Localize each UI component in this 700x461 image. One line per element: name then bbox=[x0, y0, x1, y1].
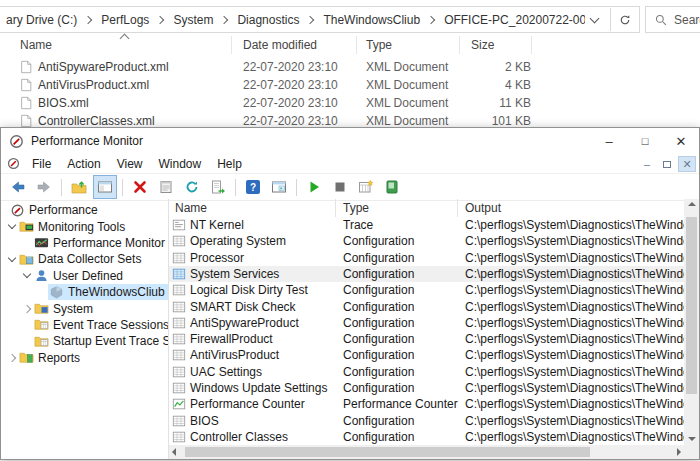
vertical-scroll-thumb[interactable] bbox=[686, 217, 697, 394]
list-row-uac-settings[interactable]: UAC SettingsConfigurationC:\perflogs\Sys… bbox=[169, 364, 684, 380]
column-header-name[interactable]: Name bbox=[20, 38, 52, 52]
list-row-smart-disk-check[interactable]: SMART Disk CheckConfigurationC:\perflogs… bbox=[169, 298, 684, 314]
menu-help[interactable]: Help bbox=[209, 156, 250, 172]
list-row-antispywareproduct[interactable]: AntiSpywareProductConfigurationC:\perflo… bbox=[169, 315, 684, 331]
file-name: AntiSpywareProduct.xml bbox=[38, 60, 169, 74]
help-button[interactable]: ? bbox=[241, 175, 265, 199]
breadcrumb-item[interactable]: Diagnostics bbox=[234, 11, 302, 29]
scroll-right-icon[interactable] bbox=[677, 448, 681, 456]
close-button[interactable]: ✕ bbox=[663, 128, 699, 154]
tree-item-event-trace-sessions[interactable]: Event Trace Sessions bbox=[1, 317, 168, 333]
horizontal-scroll-thumb[interactable] bbox=[185, 447, 590, 457]
folder-up-button[interactable] bbox=[67, 175, 91, 199]
column-header-date-modified[interactable]: Date modified bbox=[243, 38, 317, 52]
list-row-controller-classes[interactable]: Controller ClassesConfigurationC:\perflo… bbox=[169, 429, 684, 445]
tree-item-reports[interactable]: Reports bbox=[1, 350, 168, 366]
mdi-close-button[interactable]: ✕ bbox=[678, 156, 696, 172]
breadcrumb-item[interactable]: OFFICE-PC_20200722-000001 bbox=[441, 11, 585, 29]
breadcrumb-chevron-icon bbox=[84, 15, 92, 23]
stop-button[interactable] bbox=[328, 175, 352, 199]
list-row-antivirusproduct[interactable]: AntiVirusProductConfigurationC:\perflogs… bbox=[169, 347, 684, 363]
tree-item-performance-monitor[interactable]: Performance Monitor bbox=[1, 235, 168, 251]
list-row-performance-counter[interactable]: Performance CounterPerformance CounterC:… bbox=[169, 396, 684, 412]
breadcrumb-item[interactable]: PerfLogs bbox=[98, 11, 152, 29]
vertical-scrollbar[interactable] bbox=[684, 199, 699, 445]
schedule-button[interactable] bbox=[354, 175, 378, 199]
title-bar[interactable]: Performance Monitor – □ ✕ bbox=[1, 128, 699, 154]
file-row[interactable]: AntiSpywareProduct.xml22-07-2020 23:10XM… bbox=[0, 58, 700, 76]
performance-monitor-icon bbox=[9, 134, 24, 149]
tree-item-content: Startup Event Trace Sess bbox=[33, 333, 169, 349]
list-row-nt-kernel[interactable]: NT KernelTraceC:\perflogs\System\Diagnos… bbox=[169, 217, 684, 233]
breadcrumb-item[interactable]: System bbox=[170, 11, 216, 29]
forward-button[interactable] bbox=[32, 175, 56, 199]
file-row[interactable]: AntiVirusProduct.xml22-07-2020 23:10XML … bbox=[0, 76, 700, 94]
column-header-size[interactable]: Size bbox=[471, 38, 494, 52]
column-divider[interactable] bbox=[459, 36, 460, 54]
menu-file[interactable]: File bbox=[24, 156, 59, 172]
list-column-output[interactable]: Output bbox=[457, 199, 699, 217]
scroll-down-icon[interactable] bbox=[688, 437, 696, 441]
tree-item-thewindowscliub[interactable]: TheWindowsCliub bbox=[1, 284, 168, 300]
address-bar[interactable]: ary Drive (C:)PerfLogsSystemDiagnosticsT… bbox=[0, 6, 640, 33]
tree-expander-open-icon[interactable] bbox=[20, 274, 33, 277]
tree-item-performance[interactable]: Performance bbox=[1, 202, 168, 218]
tree-expander-closed-icon[interactable] bbox=[5, 355, 18, 361]
maximize-button[interactable]: □ bbox=[627, 128, 663, 154]
column-divider[interactable] bbox=[231, 36, 232, 54]
scroll-up-icon[interactable] bbox=[688, 202, 696, 206]
list-row-logical-disk-dirty-test[interactable]: Logical Disk Dirty TestConfigurationC:\p… bbox=[169, 282, 684, 298]
tree-item-content: Performance bbox=[9, 202, 101, 218]
refresh-button[interactable] bbox=[180, 175, 204, 199]
address-dropdown-chevron-icon[interactable] bbox=[590, 13, 600, 23]
list-row-bios[interactable]: BIOSConfigurationC:\perflogs\System\Diag… bbox=[169, 412, 684, 428]
menu-action[interactable]: Action bbox=[59, 156, 108, 172]
tree-expander-open-icon[interactable] bbox=[5, 225, 18, 228]
list-row-operating-system[interactable]: Operating SystemConfigurationC:\perflogs… bbox=[169, 233, 684, 249]
tree-item-startup-event-trace-sess[interactable]: Startup Event Trace Sess bbox=[1, 333, 168, 349]
file-date-modified: 22-07-2020 23:10 bbox=[243, 60, 338, 74]
minimize-button[interactable]: – bbox=[591, 128, 627, 154]
list-column-type[interactable]: Type bbox=[335, 199, 457, 217]
row-name: System Services bbox=[190, 267, 279, 281]
mdi-restore-button[interactable] bbox=[658, 156, 676, 172]
column-divider[interactable] bbox=[356, 36, 357, 54]
export-list-button[interactable] bbox=[206, 175, 230, 199]
mdi-minimize-button[interactable]: – bbox=[638, 156, 656, 172]
tree-item-data-collector-sets[interactable]: Data Collector Sets bbox=[1, 251, 168, 267]
list-column-name[interactable]: Name bbox=[169, 199, 335, 217]
tree-item-content: TheWindowsCliub bbox=[48, 284, 168, 300]
refresh-button[interactable] bbox=[611, 13, 639, 27]
file-size: 101 KB bbox=[455, 114, 531, 128]
search-input[interactable]: Search bbox=[645, 6, 700, 33]
breadcrumb-item[interactable]: ary Drive (C:) bbox=[3, 11, 80, 29]
row-name-cell: BIOS bbox=[169, 414, 335, 428]
show-window-button[interactable] bbox=[267, 175, 291, 199]
list-row-system-services[interactable]: System ServicesConfigurationC:\perflogs\… bbox=[169, 266, 684, 282]
list-row-windows-update-settings[interactable]: Windows Update SettingsConfigurationC:\p… bbox=[169, 380, 684, 396]
folder-monitor-icon bbox=[19, 219, 34, 234]
column-divider[interactable] bbox=[531, 36, 532, 54]
tree-expander-open-icon[interactable] bbox=[5, 258, 18, 261]
tree-item-monitoring-tools[interactable]: Monitoring Tools bbox=[1, 218, 168, 234]
properties-button[interactable] bbox=[154, 175, 178, 199]
tree-item-user-defined[interactable]: User Defined bbox=[1, 268, 168, 284]
delete-button[interactable] bbox=[128, 175, 152, 199]
column-header-type[interactable]: Type bbox=[366, 38, 392, 52]
breadcrumb-item[interactable]: TheWindowsCliub bbox=[320, 11, 423, 29]
menu-view[interactable]: View bbox=[109, 156, 151, 172]
tree-item-system[interactable]: System bbox=[1, 300, 168, 316]
scroll-left-icon[interactable] bbox=[172, 448, 176, 456]
list-row-processor[interactable]: ProcessorConfigurationC:\perflogs\System… bbox=[169, 250, 684, 266]
data-manager-button[interactable] bbox=[380, 175, 404, 199]
list-row-firewallproduct[interactable]: FirewallProductConfigurationC:\perflogs\… bbox=[169, 331, 684, 347]
start-button[interactable] bbox=[302, 175, 326, 199]
file-date-modified: 22-07-2020 23:10 bbox=[243, 78, 338, 92]
horizontal-scrollbar[interactable] bbox=[169, 445, 684, 459]
tree-expander-closed-icon[interactable] bbox=[20, 306, 33, 312]
file-row[interactable]: BIOS.xml22-07-2020 23:10XML Document11 K… bbox=[0, 94, 700, 112]
menu-window[interactable]: Window bbox=[151, 156, 210, 172]
back-button[interactable] bbox=[6, 175, 30, 199]
console-tree-button[interactable] bbox=[93, 175, 117, 199]
menu-bar: FileActionViewWindowHelp – ✕ bbox=[1, 154, 699, 174]
